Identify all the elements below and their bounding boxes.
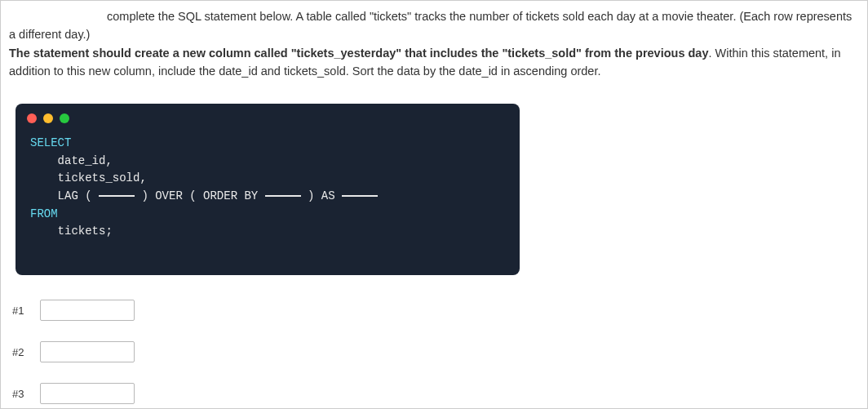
answer-row-2: #2 — [12, 341, 867, 362]
instruction-bold: The statement should create a new column… — [9, 47, 708, 60]
code-line-4a: LAG ( — [30, 189, 99, 202]
answer-label-3: #3 — [12, 388, 30, 400]
answer-label-1: #1 — [12, 305, 30, 317]
instruction-part1: complete the SQL statement below. A tabl… — [9, 7, 859, 44]
close-icon — [27, 113, 37, 123]
code-window: SELECT date_id, tickets_sold, LAG ( ) OV… — [16, 104, 520, 275]
blank-1 — [99, 195, 135, 197]
blank-2 — [265, 195, 301, 197]
code-line-4b: ) OVER ( ORDER BY — [135, 189, 265, 202]
answer-label-2: #2 — [12, 346, 30, 358]
code-line-4c: ) AS — [301, 189, 342, 202]
code-line-2: date_id, — [30, 154, 113, 167]
answer-row-3: #3 — [12, 383, 867, 404]
window-titlebar — [16, 104, 520, 130]
code-line-6: tickets; — [30, 225, 113, 238]
instruction-text: complete the SQL statement below. A tabl… — [1, 1, 867, 89]
blank-3 — [342, 195, 378, 197]
maximize-icon — [60, 113, 69, 123]
code-keyword-from: FROM — [30, 207, 58, 220]
answer-input-2[interactable] — [40, 341, 135, 362]
answer-input-1[interactable] — [40, 300, 135, 321]
answer-input-3[interactable] — [40, 383, 135, 404]
code-block: SELECT date_id, tickets_sold, LAG ( ) OV… — [16, 130, 520, 275]
answer-row-1: #1 — [12, 300, 867, 321]
answers-section: #1 #2 #3 — [12, 300, 867, 404]
code-line-3: tickets_sold, — [30, 171, 147, 184]
code-keyword-select: SELECT — [30, 136, 71, 149]
minimize-icon — [43, 113, 53, 123]
